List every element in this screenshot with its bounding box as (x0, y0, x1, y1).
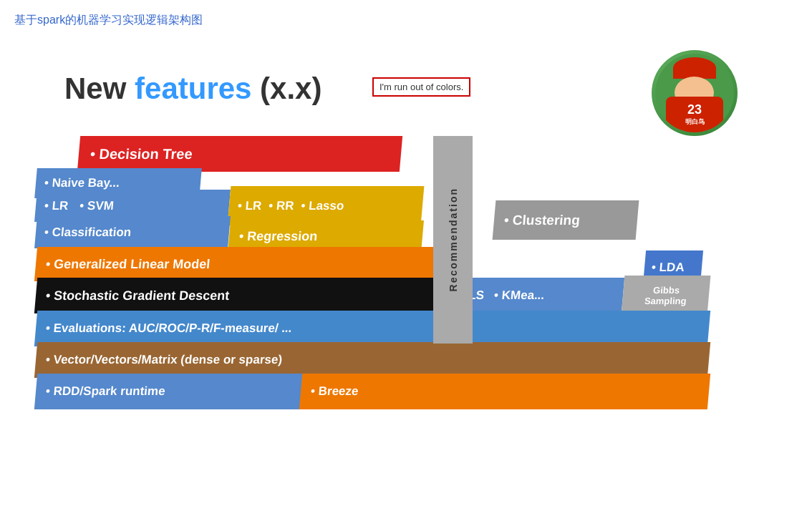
header-title: New features (x.x) (64, 72, 322, 106)
breeze-bar: • Breeze (299, 374, 710, 409)
header-features: features (135, 72, 251, 105)
header-parens: (x.x) (260, 72, 322, 105)
run-out-colors-box: I'm run out of colors. (372, 77, 470, 97)
rr-label: • RR (268, 199, 294, 213)
vector-bar: • Vector/Vectors/Matrix (dense or sparse… (34, 342, 710, 378)
jersey-number: 23 (687, 102, 702, 117)
avatar-label: 明白鸟 (685, 117, 705, 127)
gibbs-sampling-box: GibbsSampling (622, 276, 711, 315)
lr2-label: • LR (237, 199, 262, 213)
recommendation-bar: Recommendation (433, 136, 473, 344)
rdd-bar: • RDD/Spark runtime (34, 374, 309, 409)
avatar-cap (673, 57, 716, 79)
glm-bar: • Generalized Linear Model (34, 247, 438, 281)
evaluations-bar: • Evaluations: AUC/ROC/P-R/F-measure/ ..… (34, 311, 710, 346)
clustering-box: • Clustering (493, 200, 639, 240)
recommendation-text: Recommendation (448, 188, 459, 291)
avatar: 23 明白鸟 (652, 50, 738, 136)
page-title: 基于spark的机器学习实现逻辑架构图 (14, 13, 203, 28)
header-new: New (64, 72, 126, 105)
lasso-label: • Lasso (301, 199, 345, 213)
kmeans-label: • KMea... (493, 288, 545, 303)
lr-label: • LR (44, 199, 69, 213)
decision-tree-bar: • Decision Tree (77, 136, 402, 172)
gibbs-label: GibbsSampling (644, 285, 687, 306)
lr-rr-lasso-bar: • LR • RR • Lasso (228, 186, 425, 225)
classification-bar: • Classification (34, 216, 231, 248)
sgd-bar: • Stochastic Gradient Descent (34, 278, 445, 313)
svm-label: • SVM (79, 199, 114, 213)
main-content: New features (x.x) I'm run out of colors… (21, 43, 773, 501)
